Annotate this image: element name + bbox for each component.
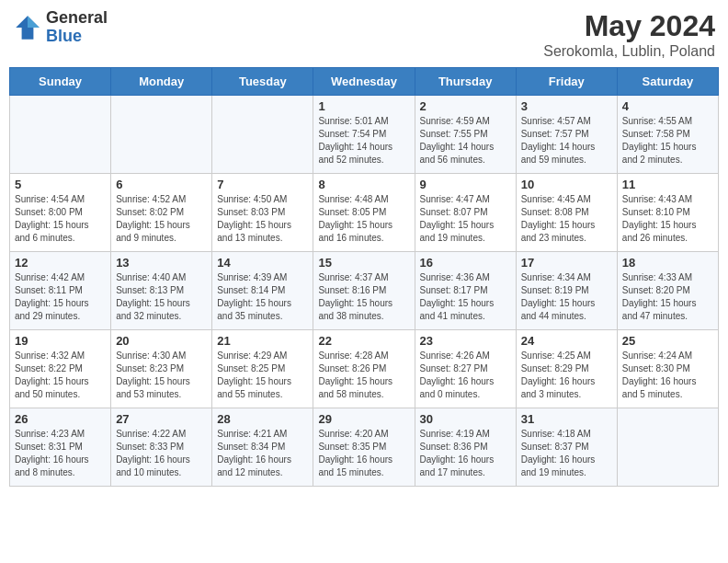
- svg-marker-1: [28, 16, 40, 28]
- day-number: 1: [318, 99, 409, 113]
- calendar-cell: [212, 96, 313, 174]
- calendar-cell: 26Sunrise: 4:23 AM Sunset: 8:31 PM Dayli…: [10, 408, 111, 487]
- day-info: Sunrise: 4:50 AM Sunset: 8:03 PM Dayligh…: [217, 193, 308, 245]
- calendar-cell: 10Sunrise: 4:45 AM Sunset: 8:08 PM Dayli…: [516, 174, 617, 252]
- day-info: Sunrise: 4:26 AM Sunset: 8:27 PM Dayligh…: [420, 350, 511, 401]
- day-number: 28: [217, 412, 308, 426]
- day-info: Sunrise: 4:23 AM Sunset: 8:31 PM Dayligh…: [15, 428, 106, 479]
- calendar-cell: 12Sunrise: 4:42 AM Sunset: 8:11 PM Dayli…: [10, 252, 111, 330]
- logo-blue: Blue: [46, 28, 108, 46]
- day-info: Sunrise: 4:52 AM Sunset: 8:02 PM Dayligh…: [116, 193, 207, 245]
- day-info: Sunrise: 4:54 AM Sunset: 8:00 PM Dayligh…: [15, 193, 106, 245]
- main-title: May 2024: [543, 9, 715, 43]
- week-row-3: 12Sunrise: 4:42 AM Sunset: 8:11 PM Dayli…: [10, 252, 719, 330]
- logo-general: General: [46, 9, 108, 28]
- day-info: Sunrise: 4:32 AM Sunset: 8:22 PM Dayligh…: [15, 350, 106, 401]
- calendar-cell: [10, 96, 111, 174]
- calendar-cell: 2Sunrise: 4:59 AM Sunset: 7:55 PM Daylig…: [415, 96, 516, 174]
- header-cell-friday: Friday: [516, 68, 617, 96]
- day-info: Sunrise: 4:45 AM Sunset: 8:08 PM Dayligh…: [521, 193, 612, 245]
- calendar-cell: 3Sunrise: 4:57 AM Sunset: 7:57 PM Daylig…: [516, 96, 617, 174]
- calendar-body: 1Sunrise: 5:01 AM Sunset: 7:54 PM Daylig…: [10, 96, 719, 487]
- calendar-cell: 29Sunrise: 4:20 AM Sunset: 8:35 PM Dayli…: [313, 408, 415, 487]
- day-info: Sunrise: 4:48 AM Sunset: 8:05 PM Dayligh…: [318, 193, 409, 245]
- day-info: Sunrise: 4:33 AM Sunset: 8:20 PM Dayligh…: [622, 271, 713, 323]
- calendar-cell: 19Sunrise: 4:32 AM Sunset: 8:22 PM Dayli…: [10, 330, 111, 408]
- subtitle: Serokomla, Lublin, Poland: [543, 43, 715, 60]
- day-number: 21: [217, 334, 308, 348]
- calendar-cell: 14Sunrise: 4:39 AM Sunset: 8:14 PM Dayli…: [212, 252, 313, 330]
- day-info: Sunrise: 4:59 AM Sunset: 7:55 PM Dayligh…: [420, 115, 511, 167]
- day-info: Sunrise: 4:20 AM Sunset: 8:35 PM Dayligh…: [318, 428, 409, 479]
- day-info: Sunrise: 4:24 AM Sunset: 8:30 PM Dayligh…: [622, 350, 713, 401]
- title-block: May 2024 Serokomla, Lublin, Poland: [543, 9, 715, 60]
- day-number: 16: [420, 256, 511, 270]
- day-number: 17: [521, 256, 612, 270]
- day-number: 13: [116, 256, 207, 270]
- calendar-cell: 28Sunrise: 4:21 AM Sunset: 8:34 PM Dayli…: [212, 408, 313, 487]
- day-number: 26: [15, 412, 106, 426]
- day-number: 5: [15, 178, 106, 191]
- week-row-5: 26Sunrise: 4:23 AM Sunset: 8:31 PM Dayli…: [10, 408, 719, 487]
- calendar-cell: 16Sunrise: 4:36 AM Sunset: 8:17 PM Dayli…: [415, 252, 516, 330]
- calendar-cell: [617, 408, 718, 487]
- day-number: 20: [116, 334, 207, 348]
- day-info: Sunrise: 4:40 AM Sunset: 8:13 PM Dayligh…: [116, 271, 207, 323]
- calendar-cell: 8Sunrise: 4:48 AM Sunset: 8:05 PM Daylig…: [313, 174, 415, 252]
- day-number: 7: [217, 178, 308, 191]
- calendar-cell: 27Sunrise: 4:22 AM Sunset: 8:33 PM Dayli…: [111, 408, 212, 487]
- day-number: 27: [116, 412, 207, 426]
- week-row-4: 19Sunrise: 4:32 AM Sunset: 8:22 PM Dayli…: [10, 330, 719, 408]
- logo-icon: [13, 13, 42, 42]
- day-info: Sunrise: 4:39 AM Sunset: 8:14 PM Dayligh…: [217, 271, 308, 323]
- day-number: 6: [116, 178, 207, 191]
- day-number: 29: [318, 412, 409, 426]
- day-info: Sunrise: 4:42 AM Sunset: 8:11 PM Dayligh…: [15, 271, 106, 323]
- calendar-cell: 13Sunrise: 4:40 AM Sunset: 8:13 PM Dayli…: [111, 252, 212, 330]
- calendar-table: SundayMondayTuesdayWednesdayThursdayFrid…: [9, 67, 719, 487]
- calendar-cell: 25Sunrise: 4:24 AM Sunset: 8:30 PM Dayli…: [617, 330, 718, 408]
- calendar-cell: 7Sunrise: 4:50 AM Sunset: 8:03 PM Daylig…: [212, 174, 313, 252]
- calendar-cell: 21Sunrise: 4:29 AM Sunset: 8:25 PM Dayli…: [212, 330, 313, 408]
- calendar-cell: 23Sunrise: 4:26 AM Sunset: 8:27 PM Dayli…: [415, 330, 516, 408]
- calendar-cell: 4Sunrise: 4:55 AM Sunset: 7:58 PM Daylig…: [617, 96, 718, 174]
- calendar-cell: 18Sunrise: 4:33 AM Sunset: 8:20 PM Dayli…: [617, 252, 718, 330]
- day-info: Sunrise: 4:37 AM Sunset: 8:16 PM Dayligh…: [318, 271, 409, 323]
- day-number: 14: [217, 256, 308, 270]
- day-number: 9: [420, 178, 511, 191]
- calendar-cell: 20Sunrise: 4:30 AM Sunset: 8:23 PM Dayli…: [111, 330, 212, 408]
- day-info: Sunrise: 4:29 AM Sunset: 8:25 PM Dayligh…: [217, 350, 308, 401]
- week-row-2: 5Sunrise: 4:54 AM Sunset: 8:00 PM Daylig…: [10, 174, 719, 252]
- header-cell-thursday: Thursday: [415, 68, 516, 96]
- day-info: Sunrise: 4:57 AM Sunset: 7:57 PM Dayligh…: [521, 115, 612, 167]
- header-cell-monday: Monday: [111, 68, 212, 96]
- calendar-cell: 31Sunrise: 4:18 AM Sunset: 8:37 PM Dayli…: [516, 408, 617, 487]
- day-info: Sunrise: 4:55 AM Sunset: 7:58 PM Dayligh…: [622, 115, 713, 167]
- logo: General Blue: [13, 9, 108, 46]
- calendar-cell: 1Sunrise: 5:01 AM Sunset: 7:54 PM Daylig…: [313, 96, 415, 174]
- day-info: Sunrise: 4:28 AM Sunset: 8:26 PM Dayligh…: [318, 350, 409, 401]
- calendar-cell: 24Sunrise: 4:25 AM Sunset: 8:29 PM Dayli…: [516, 330, 617, 408]
- day-info: Sunrise: 4:30 AM Sunset: 8:23 PM Dayligh…: [116, 350, 207, 401]
- day-number: 12: [15, 256, 106, 270]
- day-number: 22: [318, 334, 409, 348]
- header-row: SundayMondayTuesdayWednesdayThursdayFrid…: [10, 68, 719, 96]
- day-info: Sunrise: 5:01 AM Sunset: 7:54 PM Dayligh…: [318, 115, 409, 167]
- day-number: 24: [521, 334, 612, 348]
- day-info: Sunrise: 4:19 AM Sunset: 8:36 PM Dayligh…: [420, 428, 511, 479]
- day-number: 4: [622, 99, 713, 113]
- calendar-cell: 15Sunrise: 4:37 AM Sunset: 8:16 PM Dayli…: [313, 252, 415, 330]
- day-info: Sunrise: 4:36 AM Sunset: 8:17 PM Dayligh…: [420, 271, 511, 323]
- day-number: 11: [622, 178, 713, 191]
- day-number: 18: [622, 256, 713, 270]
- header-cell-saturday: Saturday: [617, 68, 718, 96]
- day-number: 19: [15, 334, 106, 348]
- page-header: General Blue May 2024 Serokomla, Lublin,…: [9, 9, 719, 60]
- calendar-cell: 5Sunrise: 4:54 AM Sunset: 8:00 PM Daylig…: [10, 174, 111, 252]
- day-number: 8: [318, 178, 409, 191]
- calendar-cell: [111, 96, 212, 174]
- day-number: 25: [622, 334, 713, 348]
- calendar-cell: 11Sunrise: 4:43 AM Sunset: 8:10 PM Dayli…: [617, 174, 718, 252]
- day-info: Sunrise: 4:22 AM Sunset: 8:33 PM Dayligh…: [116, 428, 207, 479]
- week-row-1: 1Sunrise: 5:01 AM Sunset: 7:54 PM Daylig…: [10, 96, 719, 174]
